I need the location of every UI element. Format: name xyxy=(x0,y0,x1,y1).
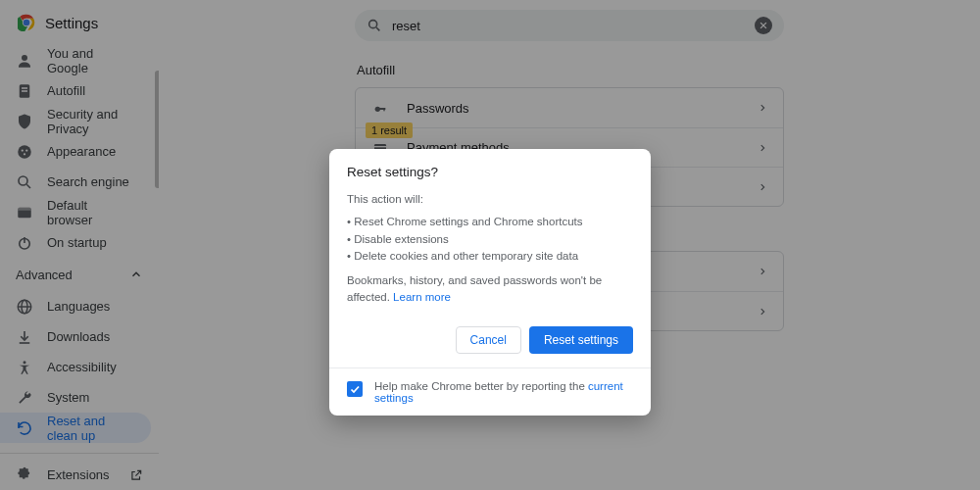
dialog-footer-text: Help make Chrome better by reporting the… xyxy=(374,380,633,404)
app-root: Settings You and Google Autofill Securit… xyxy=(0,0,980,490)
dialog-bullet: • Delete cookies and other temporary sit… xyxy=(347,248,633,265)
dialog-footer: Help make Chrome better by reporting the… xyxy=(329,368,651,416)
dialog-title: Reset settings? xyxy=(347,165,633,179)
cancel-button[interactable]: Cancel xyxy=(456,326,521,354)
reset-settings-dialog: Reset settings? This action will: • Rese… xyxy=(329,149,651,416)
dialog-subtitle: This action will: xyxy=(347,191,633,208)
reset-settings-button[interactable]: Reset settings xyxy=(529,326,633,354)
dialog-bullets: • Reset Chrome settings and Chrome short… xyxy=(347,214,633,265)
dialog-bullet: • Reset Chrome settings and Chrome short… xyxy=(347,214,633,230)
dialog-actions: Cancel Reset settings xyxy=(329,318,651,368)
dialog-bullet: • Disable extensions xyxy=(347,231,633,248)
dialog-note: Bookmarks, history, and saved passwords … xyxy=(347,272,633,307)
learn-more-link[interactable]: Learn more xyxy=(393,291,451,303)
report-checkbox[interactable] xyxy=(347,381,363,397)
